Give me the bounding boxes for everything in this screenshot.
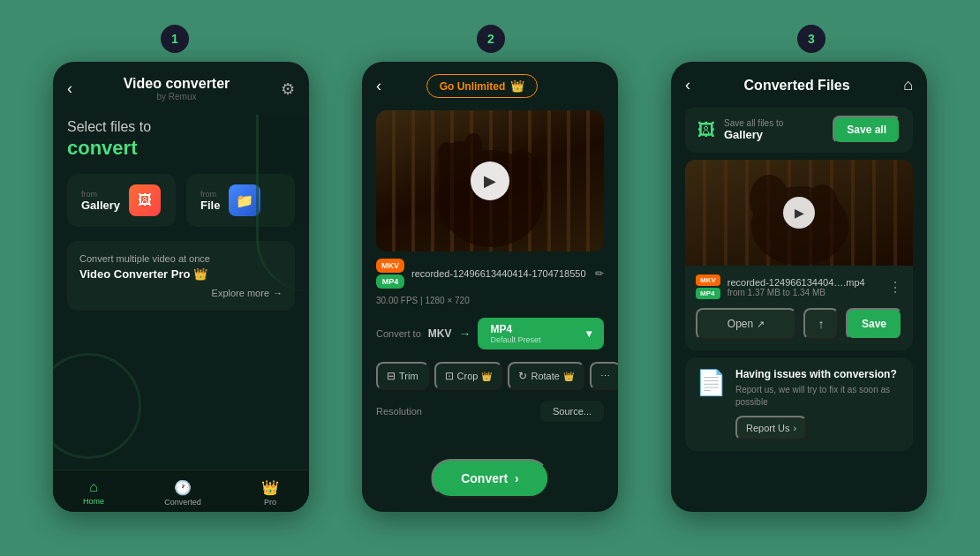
open-button[interactable]: Open ↗ — [696, 308, 796, 340]
convert-format-row: Convert to MKV → MP4 Default Preset ▾ — [362, 312, 618, 355]
save-all-bar: 🖼 Save all files to Gallery Save all — [685, 107, 913, 153]
main-container: 1 2 3 ‹ Video converter by Remux ⚙ Selec… — [0, 0, 980, 556]
screen1-subtitle: by Remux — [124, 92, 230, 101]
filename-label: recorded-12496613440414-1704718550 — [411, 268, 588, 279]
action-buttons: Open ↗ ↑ Save — [685, 308, 913, 350]
back-icon[interactable]: ‹ — [67, 79, 72, 98]
issues-title: Having issues with conversion? — [735, 368, 902, 380]
share-button[interactable]: ↑ — [803, 308, 839, 340]
rotate-crown-icon: 👑 — [563, 372, 574, 381]
nav-home[interactable]: ⌂ Home — [83, 479, 104, 507]
tools-row: ⊟ Trim ⊡ Crop 👑 ↻ Rotate 👑 ⋯ — [362, 355, 618, 397]
home-icon-3[interactable]: ⌂ — [903, 76, 913, 94]
mkv-badge-3: MKV — [696, 274, 720, 286]
screen1-title-wrap: Video converter by Remux — [124, 76, 230, 101]
screen1-title: Video converter — [124, 76, 230, 92]
video-thumbnail[interactable]: ▶ — [376, 110, 604, 252]
mkv-badge: MKV — [376, 259, 404, 273]
screen3-title: Converted Files — [744, 78, 850, 94]
mp4-badge-3: MP4 — [696, 288, 720, 299]
play-button[interactable]: ▶ — [471, 162, 509, 200]
trim-icon: ⊟ — [387, 370, 396, 382]
save-info: 🖼 Save all files to Gallery — [697, 118, 783, 141]
file-info-3: recorded-124966134404….mp4 from 1.37 MB … — [727, 277, 881, 297]
convert-button[interactable]: Convert › — [431, 459, 549, 498]
save-location-info: Save all files to Gallery — [724, 118, 783, 141]
resolution-row: Resolution Source... — [362, 397, 618, 425]
more-tools-button[interactable]: ⋯ — [590, 362, 618, 390]
resolution-label: Resolution — [376, 406, 422, 417]
arrow-icon: → — [458, 327, 471, 341]
save-file-button[interactable]: Save — [846, 308, 902, 340]
external-link-icon: ↗ — [757, 319, 765, 330]
report-button[interactable]: Report Us › — [735, 416, 807, 440]
share-icon: ↑ — [818, 317, 824, 331]
trim-button[interactable]: ⊟ Trim — [376, 362, 429, 390]
back-icon-3[interactable]: ‹ — [685, 76, 690, 94]
step-badge-1: 1 — [161, 25, 189, 53]
rotate-button[interactable]: ↻ Rotate 👑 — [508, 362, 584, 390]
crop-icon: ⊡ — [445, 370, 454, 382]
crown-icon: 👑 — [261, 479, 279, 496]
screen3-header: ‹ Converted Files ⌂ — [671, 62, 927, 101]
step-badge-3: 3 — [797, 25, 825, 53]
promo-title: Video Converter Pro 👑 — [79, 267, 283, 281]
format-badges: MKV MP4 — [376, 259, 404, 289]
file-info-row: MKV MP4 recorded-12496613440414-17047185… — [362, 252, 618, 296]
mp4-badge: MP4 — [376, 274, 404, 289]
edit-icon[interactable]: ✏ — [595, 267, 604, 280]
video-specs: 30.00 FPS | 1280 × 720 — [362, 296, 618, 312]
nav-pro[interactable]: 👑 Pro — [261, 479, 279, 507]
more-options-icon[interactable]: ⋮ — [888, 279, 902, 296]
to-format-selector[interactable]: MP4 Default Preset ▾ — [478, 318, 604, 349]
screen-3: ‹ Converted Files ⌂ 🖼 Save all files to … — [671, 62, 927, 512]
play-icon-small[interactable]: ▶ — [783, 197, 815, 229]
gallery-label: Gallery — [81, 199, 120, 212]
preset-label: Default Preset — [490, 335, 540, 344]
screen2-header: ‹ Go Unlimited 👑 — [362, 62, 618, 110]
screen1-header: ‹ Video converter by Remux ⚙ — [53, 62, 309, 109]
arrow-right-icon-convert: › — [515, 471, 519, 485]
file-size: from 1.37 MB to 1.34 MB — [727, 288, 881, 297]
resolution-selector[interactable]: Source... — [540, 401, 604, 422]
crown-icon-unlimited: 👑 — [510, 79, 524, 93]
file-from-label: from — [200, 190, 220, 199]
save-location-label: Gallery — [724, 128, 783, 141]
home-icon: ⌂ — [89, 479, 98, 495]
gallery-icon: 🖼 — [129, 184, 161, 216]
go-unlimited-button[interactable]: Go Unlimited 👑 — [426, 74, 539, 98]
crop-button[interactable]: ⊡ Crop 👑 — [434, 362, 503, 390]
svg-point-3 — [438, 142, 456, 167]
converted-file-card: ▶ MKV MP4 recorded-124966134404….mp4 fro… — [685, 160, 913, 350]
arrow-right-icon: → — [273, 288, 283, 298]
format-badges-3: MKV MP4 — [696, 274, 720, 299]
save-to-label: Save all files to — [724, 118, 783, 128]
file-thumbnail: ▶ — [685, 160, 913, 266]
decoration-curve — [256, 115, 309, 291]
file-metadata: MKV MP4 recorded-124966134404….mp4 from … — [685, 266, 913, 308]
nav-converted[interactable]: 🕐 Converted — [164, 479, 201, 507]
file-label: File — [200, 199, 220, 212]
step-badge-2: 2 — [477, 25, 505, 53]
issues-card: 📄 Having issues with conversion? Report … — [685, 357, 913, 451]
gallery-from-label: from — [81, 190, 120, 199]
filename-3: recorded-124966134404….mp4 — [727, 277, 869, 288]
clock-icon: 🕐 — [174, 479, 192, 496]
more-tools-icon: ⋯ — [600, 371, 610, 382]
promo-text: Convert multiple video at once — [79, 253, 283, 264]
convert-to-label: Convert to — [376, 328, 421, 339]
gallery-button[interactable]: from Gallery 🖼 — [67, 174, 176, 227]
gallery-save-icon: 🖼 — [697, 120, 715, 140]
explore-more-link[interactable]: Explore more → — [79, 288, 283, 298]
bottom-navbar: ⌂ Home 🕐 Converted 👑 Pro — [53, 470, 309, 512]
back-icon-2[interactable]: ‹ — [376, 77, 381, 95]
gear-icon[interactable]: ⚙ — [281, 79, 295, 99]
issues-content: Having issues with conversion? Report us… — [735, 368, 902, 440]
svg-point-2 — [504, 150, 539, 194]
screen-1: ‹ Video converter by Remux ⚙ Select file… — [53, 62, 309, 512]
save-all-button[interactable]: Save all — [833, 116, 901, 144]
from-format: MKV — [428, 327, 452, 340]
svg-point-6 — [750, 175, 788, 224]
issues-desc: Report us, we will try to fix it as soon… — [735, 384, 902, 409]
svg-point-4 — [464, 133, 482, 158]
